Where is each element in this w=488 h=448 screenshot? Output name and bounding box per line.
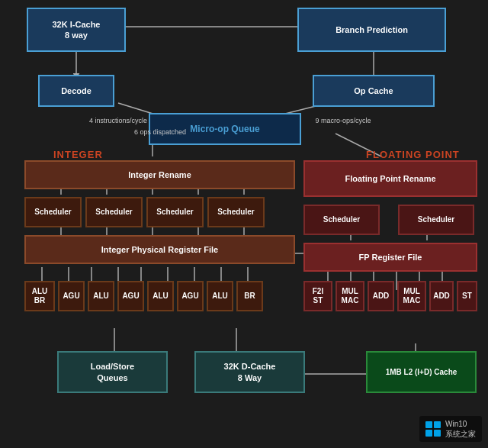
- dcache-label: 32K D-Cache8 Way: [224, 361, 276, 383]
- branch-pred-box: Branch Prediction: [297, 8, 446, 52]
- dcache-box: 32K D-Cache8 Way: [194, 351, 305, 393]
- int-sched1-label: Scheduler: [34, 208, 71, 217]
- int-scheduler-4: Scheduler: [207, 197, 265, 227]
- f2i-st-label: F2IST: [313, 287, 323, 305]
- agu1-label: AGU: [63, 292, 79, 301]
- int-scheduler-1: Scheduler: [24, 197, 82, 227]
- integer-rename-box: Integer Rename: [24, 160, 295, 189]
- integer-label: INTEGER: [53, 149, 103, 160]
- icache-box: 32K I-Cache8 way: [27, 8, 126, 52]
- fp-scheduler-1: Scheduler: [303, 205, 380, 235]
- mul-mac1-box: MULMAC: [336, 281, 364, 311]
- ops-dispatched-label: 6 ops dispatched: [118, 128, 202, 136]
- branch-pred-label: Branch Prediction: [336, 24, 408, 35]
- watermark-text: Win10系统之家: [445, 419, 476, 439]
- int-reg-file-box: Integer Physical Register File: [24, 235, 295, 264]
- int-sched2-label: Scheduler: [95, 208, 132, 217]
- alu3-box: ALU: [147, 281, 174, 311]
- floating-point-label: FLOATING POINT: [366, 149, 460, 160]
- fp-sched2-label: Scheduler: [418, 215, 454, 224]
- agu3-box: AGU: [177, 281, 204, 311]
- fp-reg-file-box: FP Register File: [303, 243, 477, 272]
- l2-cache-box: 1MB L2 (I+D) Cache: [366, 351, 477, 393]
- fp-reg-label: FP Register File: [359, 253, 422, 262]
- icache-label: 32K I-Cache8 way: [53, 19, 101, 41]
- add2-label: ADD: [433, 292, 450, 301]
- mul-mac2-box: MULMAC: [397, 281, 426, 311]
- int-sched3-label: Scheduler: [156, 208, 193, 217]
- decode-label: Decode: [61, 85, 92, 96]
- op-cache-box: Op Cache: [313, 75, 435, 107]
- decode-box: Decode: [38, 75, 114, 107]
- add1-label: ADD: [373, 292, 390, 301]
- macro-ops-label: 9 macro-ops/cycle: [301, 117, 385, 124]
- add2-box: ADD: [429, 281, 454, 311]
- int-sched4-label: Scheduler: [217, 208, 254, 217]
- instructions-cycle-label: 4 instructions/cycle: [76, 117, 160, 124]
- agu1-box: AGU: [58, 281, 85, 311]
- int-scheduler-3: Scheduler: [146, 197, 204, 227]
- fp-rename-label: Floating Point Rename: [345, 174, 435, 183]
- f2i-st-box: F2IST: [303, 281, 332, 311]
- alu3-label: ALU: [152, 292, 169, 301]
- br-label: BR: [244, 292, 255, 301]
- alu4-label: ALU: [212, 292, 228, 301]
- watermark: Win10系统之家: [419, 416, 482, 442]
- int-reg-label: Integer Physical Register File: [101, 245, 218, 254]
- br-box: BR: [236, 281, 263, 311]
- alu-br-box: ALUBR: [24, 281, 55, 311]
- fp-sched1-label: Scheduler: [323, 215, 360, 224]
- integer-rename-label: Integer Rename: [128, 170, 191, 179]
- alu2-box: ALU: [88, 281, 114, 311]
- agu3-label: AGU: [181, 292, 198, 301]
- cpu-diagram: 32K I-Cache8 way Branch Prediction Decod…: [0, 0, 488, 448]
- op-cache-label: Op Cache: [354, 85, 393, 96]
- mul-mac1-label: MULMAC: [342, 287, 359, 305]
- agu2-label: AGU: [122, 292, 139, 301]
- alu-br-label: ALUBR: [32, 287, 48, 305]
- alu4-box: ALU: [207, 281, 233, 311]
- windows-logo-icon: [425, 421, 441, 437]
- int-scheduler-2: Scheduler: [85, 197, 143, 227]
- alu2-label: ALU: [93, 292, 109, 301]
- load-store-box: Load/StoreQueues: [57, 351, 168, 393]
- add1-box: ADD: [368, 281, 394, 311]
- fp-scheduler-2: Scheduler: [398, 205, 474, 235]
- mul-mac2-label: MULMAC: [403, 287, 421, 305]
- watermark-label: Win10系统之家: [445, 419, 476, 439]
- load-store-label: Load/StoreQueues: [91, 361, 134, 383]
- st-label: ST: [462, 292, 472, 301]
- fp-rename-box: Floating Point Rename: [303, 160, 477, 197]
- agu2-box: AGU: [117, 281, 144, 311]
- l2-cache-label: 1MB L2 (I+D) Cache: [386, 367, 458, 377]
- st-box: ST: [457, 281, 477, 311]
